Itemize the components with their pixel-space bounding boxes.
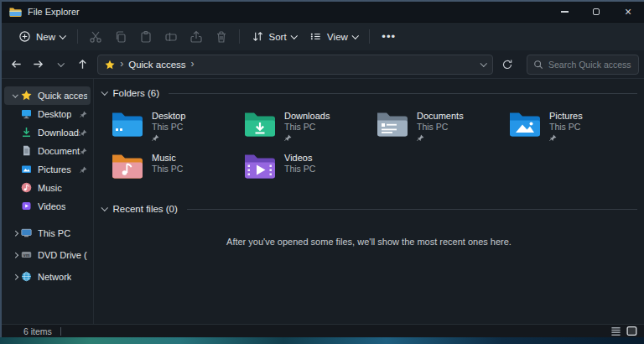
folder-name: Videos bbox=[284, 153, 315, 164]
desktop-folder-icon bbox=[111, 110, 144, 137]
sort-arrows-icon bbox=[252, 30, 264, 43]
sidebar-item-this-pc[interactable]: This PC bbox=[4, 222, 91, 244]
view-button[interactable]: View bbox=[303, 26, 364, 47]
breadcrumb-chevron: › bbox=[120, 59, 123, 70]
desktop-wallpaper-left bbox=[0, 0, 2, 337]
see-more-button[interactable]: ••• bbox=[375, 29, 402, 44]
maximize-button[interactable] bbox=[580, 2, 612, 22]
refresh-button[interactable] bbox=[496, 54, 518, 76]
sidebar-item-label: DVD Drive (D:) VMw bbox=[38, 250, 87, 260]
folder-tile-pictures[interactable]: Pictures This PC bbox=[505, 106, 637, 146]
chevron-down-icon[interactable] bbox=[9, 94, 21, 98]
pictures-icon bbox=[21, 164, 33, 175]
sidebar-item-network[interactable]: Network bbox=[4, 266, 91, 288]
sidebar-item-label: This PC bbox=[38, 228, 70, 238]
back-button[interactable] bbox=[5, 54, 28, 76]
folder-name: Pictures bbox=[549, 111, 583, 122]
folders-grid: Desktop This PC bbox=[107, 106, 637, 188]
folders-section-header[interactable]: Folders (6) bbox=[102, 86, 637, 101]
sidebar-item-videos[interactable]: Videos bbox=[4, 197, 91, 216]
paste-icon[interactable] bbox=[133, 26, 158, 48]
pin-icon bbox=[549, 134, 583, 142]
section-divider bbox=[187, 209, 637, 210]
pin-icon bbox=[80, 129, 87, 137]
videos-folder-icon bbox=[243, 152, 277, 179]
sidebar-item-desktop[interactable]: Desktop bbox=[4, 105, 91, 123]
breadcrumb-quick-access[interactable]: Quick access bbox=[128, 60, 185, 70]
view-list-icon bbox=[309, 30, 322, 43]
folder-tile-downloads[interactable]: Downloads This PC bbox=[240, 106, 372, 146]
copy-icon[interactable] bbox=[108, 26, 133, 48]
documents-icon bbox=[21, 145, 33, 157]
pin-icon bbox=[80, 111, 87, 118]
pin-icon bbox=[284, 134, 330, 142]
close-button[interactable]: × bbox=[612, 2, 644, 22]
sidebar-item-dvd-drive[interactable]: vm DVD Drive (D:) VMw bbox=[4, 244, 91, 266]
delete-icon[interactable] bbox=[209, 26, 234, 48]
title-bar[interactable]: File Explorer × bbox=[2, 2, 644, 22]
search-box[interactable] bbox=[527, 55, 639, 75]
items-view: Folders (6) Desktop Thi bbox=[94, 79, 644, 324]
downloads-icon bbox=[21, 127, 33, 138]
plus-circle-icon bbox=[18, 30, 31, 43]
recent-files-section-header[interactable]: Recent files (0) bbox=[102, 201, 637, 216]
chevron-down-icon bbox=[101, 89, 108, 96]
chevron-right-icon[interactable] bbox=[9, 253, 21, 258]
new-button[interactable]: New bbox=[12, 26, 72, 47]
section-divider bbox=[169, 93, 637, 94]
folder-location: This PC bbox=[284, 164, 315, 175]
share-icon[interactable] bbox=[184, 26, 209, 48]
command-bar: New bbox=[2, 22, 644, 50]
view-button-label: View bbox=[327, 32, 348, 42]
pin-icon bbox=[417, 134, 464, 142]
music-folder-icon bbox=[111, 152, 144, 179]
chevron-right-icon[interactable] bbox=[9, 275, 21, 279]
sidebar-item-pictures[interactable]: Pictures bbox=[4, 160, 91, 179]
search-input[interactable] bbox=[548, 60, 632, 70]
folders-section-title: Folders (6) bbox=[113, 88, 160, 98]
sort-button[interactable]: Sort bbox=[245, 26, 304, 47]
chevron-right-icon[interactable] bbox=[9, 232, 21, 236]
details-view-button[interactable] bbox=[610, 326, 621, 336]
folder-location: This PC bbox=[549, 122, 583, 133]
dvd-drive-icon: vm bbox=[21, 249, 33, 261]
folder-name: Desktop bbox=[152, 111, 185, 122]
pictures-folder-icon bbox=[508, 110, 542, 137]
folder-tile-videos[interactable]: Videos This PC bbox=[240, 148, 372, 188]
documents-folder-icon bbox=[376, 110, 409, 137]
toolbar-divider bbox=[239, 29, 240, 44]
sidebar-item-downloads[interactable]: Downloads bbox=[4, 123, 91, 142]
navigation-bar: › Quick access › bbox=[2, 50, 644, 79]
downloads-folder-icon bbox=[243, 110, 277, 137]
folder-tile-desktop[interactable]: Desktop This PC bbox=[107, 106, 240, 146]
folder-tile-music[interactable]: Music This PC bbox=[107, 148, 240, 188]
cut-icon[interactable] bbox=[83, 26, 108, 48]
navigation-pane: Quick access Desktop bbox=[2, 79, 94, 324]
sidebar-item-documents[interactable]: Documents bbox=[4, 142, 91, 160]
large-thumbnails-view-button[interactable] bbox=[626, 326, 637, 336]
videos-icon bbox=[21, 201, 33, 212]
forward-button[interactable] bbox=[28, 54, 50, 76]
sidebar-item-music[interactable]: Music bbox=[4, 179, 91, 197]
status-divider bbox=[60, 327, 61, 336]
rename-icon[interactable] bbox=[158, 26, 184, 48]
address-dropdown-button[interactable] bbox=[481, 62, 486, 67]
toolbar-divider bbox=[369, 29, 370, 44]
sort-button-label: Sort bbox=[269, 32, 287, 42]
quick-access-star-icon bbox=[105, 60, 115, 70]
recent-locations-button[interactable] bbox=[49, 54, 72, 76]
sidebar-item-label: Music bbox=[38, 183, 62, 193]
desktop-icon bbox=[21, 108, 33, 120]
desktop-wallpaper-top bbox=[0, 0, 644, 2]
address-bar[interactable]: › Quick access › bbox=[97, 55, 493, 75]
toolbar-divider bbox=[77, 29, 78, 44]
folder-name: Music bbox=[152, 153, 183, 164]
up-button[interactable] bbox=[72, 54, 95, 76]
minimize-button[interactable] bbox=[548, 2, 580, 22]
folder-tile-documents[interactable]: Documents This PC bbox=[372, 106, 505, 146]
sidebar-item-label: Pictures bbox=[38, 164, 71, 175]
pin-icon bbox=[80, 166, 87, 174]
item-count: 6 items bbox=[23, 326, 52, 336]
folder-location: This PC bbox=[417, 122, 464, 133]
sidebar-item-quick-access[interactable]: Quick access bbox=[4, 86, 91, 105]
